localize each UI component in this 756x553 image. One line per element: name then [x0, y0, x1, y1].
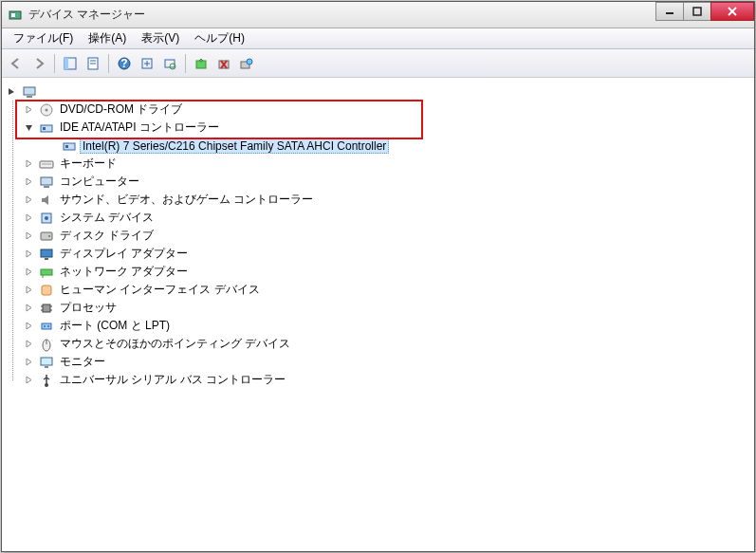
- svg-rect-39: [45, 258, 48, 260]
- tree-category-label[interactable]: システム デバイス: [57, 209, 157, 227]
- monitor-icon: [39, 355, 54, 370]
- expander-closed-icon[interactable]: [23, 104, 34, 116]
- help-button[interactable]: ?: [114, 53, 135, 74]
- tree-category[interactable]: ヒューマン インターフェイス デバイス: [21, 281, 752, 299]
- disk-icon: [39, 229, 54, 244]
- sound-icon: [39, 193, 54, 208]
- tree-category-label[interactable]: サウンド、ビデオ、およびゲーム コントローラー: [57, 191, 316, 209]
- tree-device-label[interactable]: Intel(R) 7 Series/C216 Chipset Family SA…: [80, 138, 389, 154]
- toolbar-separator: [185, 54, 186, 73]
- computer-icon: [39, 175, 54, 190]
- toolbar-separator: [54, 54, 55, 73]
- tree-category[interactable]: コンピューター: [21, 173, 752, 191]
- update-driver-button[interactable]: [191, 53, 212, 74]
- close-button[interactable]: [710, 2, 754, 21]
- tree-category-label[interactable]: プロセッサ: [57, 299, 120, 317]
- expander-closed-icon[interactable]: [23, 375, 34, 386]
- expander-open-icon[interactable]: [6, 86, 17, 98]
- forward-button[interactable]: [28, 53, 49, 74]
- expander-closed-icon[interactable]: [23, 285, 34, 296]
- tree-category[interactable]: ネットワーク アダプター: [21, 263, 752, 281]
- keyboard-icon: [39, 157, 54, 172]
- expander-closed-icon[interactable]: [23, 357, 34, 368]
- tree-category[interactable]: ポート (COM と LPT): [21, 317, 752, 335]
- computer-root-icon: [22, 84, 37, 100]
- menu-action[interactable]: 操作(A): [81, 28, 134, 48]
- disc-icon: [39, 102, 54, 118]
- menubar: ファイル(F) 操作(A) 表示(V) ヘルプ(H): [2, 28, 754, 49]
- tree-root-node[interactable]: [4, 83, 752, 101]
- expander-closed-icon[interactable]: [23, 176, 34, 188]
- properties-button[interactable]: [83, 53, 103, 74]
- expander-closed-icon[interactable]: [23, 194, 34, 206]
- controller-icon: [39, 120, 54, 136]
- expander-closed-icon[interactable]: [23, 212, 34, 224]
- tree-category[interactable]: システム デバイス: [21, 209, 752, 227]
- svg-point-35: [45, 216, 48, 220]
- expander-open-icon[interactable]: [23, 122, 34, 134]
- expander-closed-icon[interactable]: [23, 303, 34, 314]
- tree-category-label[interactable]: DVD/CD-ROM ドライブ: [57, 101, 185, 119]
- tree-category[interactable]: サウンド、ビデオ、およびゲーム コントローラー: [21, 191, 752, 209]
- window-title: デバイス マネージャー: [28, 7, 656, 23]
- system-icon: [39, 211, 54, 226]
- svg-rect-40: [41, 269, 52, 275]
- scan-hardware-button[interactable]: [236, 53, 257, 74]
- expander-closed-icon[interactable]: [23, 267, 34, 278]
- svg-point-50: [47, 325, 49, 327]
- tree-category-label[interactable]: ポート (COM と LPT): [57, 317, 173, 335]
- tree-category[interactable]: IDE ATA/ATAPI コントローラー: [21, 119, 752, 137]
- minimize-button[interactable]: [655, 2, 684, 21]
- show-hide-tree-button[interactable]: [60, 53, 81, 74]
- svg-rect-1: [11, 13, 15, 17]
- tree-category[interactable]: モニター: [21, 353, 752, 371]
- tree-category[interactable]: ユニバーサル シリアル バス コントローラー: [21, 371, 752, 389]
- expander-closed-icon[interactable]: [23, 249, 34, 260]
- menu-file[interactable]: ファイル(F): [6, 28, 81, 48]
- tree-category-label[interactable]: ディスプレイ アダプター: [57, 245, 191, 263]
- tree-category-label[interactable]: モニター: [57, 353, 108, 371]
- device-tree[interactable]: DVD/CD-ROM ドライブIDE ATA/ATAPI コントローラーInte…: [2, 78, 754, 551]
- tree-device[interactable]: Intel(R) 7 Series/C216 Chipset Family SA…: [57, 137, 752, 155]
- tree-category[interactable]: ディスク ドライブ: [21, 227, 752, 245]
- scan-button[interactable]: [159, 53, 180, 74]
- tree-category[interactable]: DVD/CD-ROM ドライブ: [21, 101, 752, 119]
- svg-rect-53: [41, 358, 52, 365]
- tree-category[interactable]: ディスプレイ アダプター: [21, 245, 752, 263]
- tree-category-label[interactable]: ネットワーク アダプター: [57, 263, 191, 281]
- svg-rect-48: [42, 323, 51, 329]
- tree-category-label[interactable]: マウスとそのほかのポインティング デバイス: [57, 335, 293, 353]
- tree-category-label[interactable]: ディスク ドライブ: [57, 227, 157, 245]
- tree-category-label[interactable]: ユニバーサル シリアル バス コントローラー: [57, 371, 288, 389]
- tree-category[interactable]: キーボード: [21, 155, 752, 173]
- expander-closed-icon[interactable]: [23, 339, 34, 350]
- cpu-icon: [39, 301, 54, 316]
- svg-rect-23: [27, 96, 32, 98]
- svg-rect-42: [42, 286, 51, 295]
- controller-icon: [62, 138, 77, 154]
- menu-view[interactable]: 表示(V): [134, 28, 187, 48]
- svg-rect-54: [45, 366, 48, 368]
- tree-category[interactable]: マウスとそのほかのポインティング デバイス: [21, 335, 752, 353]
- tree-category-label[interactable]: キーボード: [57, 155, 120, 173]
- expander-closed-icon[interactable]: [23, 321, 34, 332]
- mouse-icon: [39, 337, 54, 352]
- action-button[interactable]: [137, 53, 157, 74]
- tree-category-label[interactable]: ヒューマン インターフェイス デバイス: [57, 281, 263, 299]
- tree-category-label[interactable]: コンピューター: [57, 173, 142, 191]
- back-button[interactable]: [6, 53, 27, 74]
- expander-closed-icon[interactable]: [23, 230, 34, 242]
- svg-point-49: [44, 325, 46, 327]
- expander-closed-icon[interactable]: [23, 158, 34, 170]
- svg-text:?: ?: [120, 57, 127, 70]
- svg-rect-29: [65, 145, 68, 148]
- toolbar: ?: [2, 49, 754, 78]
- menu-help[interactable]: ヘルプ(H): [187, 28, 252, 48]
- titlebar: デバイス マネージャー: [2, 2, 754, 28]
- uninstall-button[interactable]: [213, 53, 234, 74]
- svg-rect-33: [44, 186, 49, 188]
- tree-category[interactable]: プロセッサ: [21, 299, 752, 317]
- tree-category-label[interactable]: IDE ATA/ATAPI コントローラー: [57, 119, 222, 137]
- svg-point-21: [247, 59, 252, 65]
- maximize-button[interactable]: [683, 2, 711, 21]
